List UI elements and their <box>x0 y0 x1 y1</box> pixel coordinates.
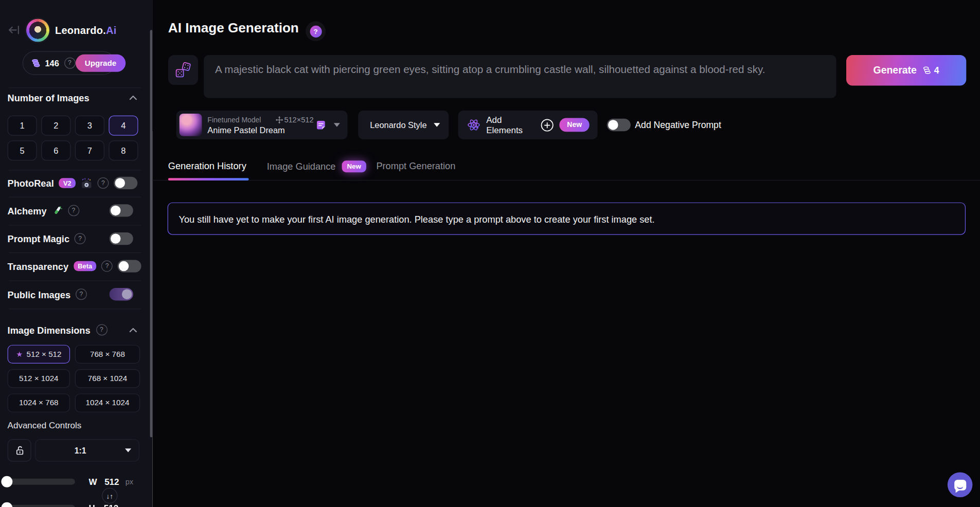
main-content: AI Image Generation ? Generate 4 <box>152 0 980 507</box>
model-meta: Finetuned Model 512×512 Anime Pastel Dre… <box>207 115 313 135</box>
width-value[interactable]: 512 <box>104 477 119 486</box>
photoreal-help-icon[interactable]: ? <box>98 177 109 189</box>
style-label: Leonardo Style <box>370 120 426 130</box>
height-row: H 512 <box>1 502 145 507</box>
prompt-magic-help-icon[interactable]: ? <box>75 233 86 244</box>
num-images-option-2[interactable]: 2 <box>41 116 70 136</box>
num-images-option-7[interactable]: 7 <box>75 140 104 160</box>
transparency-toggle[interactable] <box>118 260 141 272</box>
image-dimensions-header: Image Dimensions ? <box>8 324 142 336</box>
slider-knob[interactable] <box>1 502 12 507</box>
model-thumbnail <box>180 114 202 136</box>
dimension-512x512-selected[interactable]: ★512 × 512 <box>8 345 70 364</box>
public-images-label: Public Images <box>8 289 71 300</box>
num-images-option-6[interactable]: 6 <box>41 140 70 160</box>
negative-prompt-toggle[interactable] <box>607 119 631 131</box>
advanced-controls-title: Advanced Controls <box>8 421 82 430</box>
collapse-sidebar-icon[interactable] <box>8 23 22 37</box>
toggle-knob <box>608 120 618 130</box>
dimension-1024x768[interactable]: 1024 × 768 <box>8 393 70 412</box>
height-value[interactable]: 512 <box>104 503 118 507</box>
num-images-option-3[interactable]: 3 <box>75 116 104 136</box>
tab-prompt-generation[interactable]: Prompt Generation <box>376 160 455 171</box>
sidebar-scrollbar[interactable] <box>150 30 152 437</box>
slider-knob[interactable] <box>1 476 12 487</box>
upgrade-button[interactable]: Upgrade <box>75 55 126 72</box>
app-window: Leonardo.Ai 146 ? Upgrade Number of Imag… <box>0 0 980 507</box>
active-tab-underline <box>168 178 249 180</box>
width-unit: px <box>126 477 133 486</box>
dimension-label: 512 × 512 <box>27 350 62 358</box>
add-elements-button[interactable]: Add Elements New <box>458 111 598 139</box>
public-images-help-icon[interactable]: ? <box>76 288 87 300</box>
sidebar: Leonardo.Ai 146 ? Upgrade Number of Imag… <box>0 0 152 507</box>
photoreal-row: PhotoReal V2 ? <box>8 169 142 196</box>
chevron-down-icon <box>334 123 340 126</box>
number-of-images-header: Number of Images <box>8 93 142 103</box>
image-dimensions-grid: ★512 × 512 768 × 768 512 × 1024 768 × 10… <box>8 345 140 412</box>
dimension-1024x1024[interactable]: 1024 × 1024 <box>75 393 140 412</box>
random-prompt-button[interactable] <box>168 55 198 85</box>
negative-prompt-label: Add Negative Prompt <box>635 120 721 130</box>
prompt-magic-toggle[interactable] <box>110 232 133 245</box>
chevron-up-icon[interactable] <box>129 96 137 100</box>
width-slider[interactable] <box>1 479 75 485</box>
chat-button[interactable] <box>948 472 973 497</box>
model-selector[interactable]: Finetuned Model 512×512 Anime Pastel Dre… <box>176 111 348 139</box>
public-images-toggle[interactable] <box>110 288 133 300</box>
brand-primary: Leonardo. <box>55 24 106 35</box>
num-images-option-1[interactable]: 1 <box>8 116 37 136</box>
credits-pill: 146 ? Upgrade <box>23 51 115 75</box>
image-dimensions-help-icon[interactable]: ? <box>96 324 108 336</box>
aspect-lock-button[interactable] <box>8 439 31 462</box>
toggle-knob <box>111 206 120 215</box>
page-help-button[interactable]: ? <box>306 21 326 41</box>
flask-icon <box>51 205 63 216</box>
num-images-option-5[interactable]: 5 <box>8 140 37 160</box>
tab-generation-history[interactable]: Generation History <box>168 160 246 171</box>
tab-label: Image Guidance <box>267 161 336 172</box>
avatar[interactable] <box>26 19 49 42</box>
dimension-768x1024[interactable]: 768 × 1024 <box>75 369 140 388</box>
generate-button[interactable]: Generate 4 <box>846 55 966 86</box>
dimension-768x768[interactable]: 768 × 768 <box>75 345 140 364</box>
toggle-knob <box>115 178 125 188</box>
atom-icon <box>467 118 481 132</box>
photoreal-toggle[interactable] <box>114 177 137 189</box>
aspect-ratio-value: 1:1 <box>35 446 125 455</box>
prompt-input[interactable] <box>204 55 836 98</box>
transparency-help-icon[interactable]: ? <box>101 261 113 272</box>
chevron-up-icon[interactable] <box>129 328 137 332</box>
aspect-ratio-select[interactable]: 1:1 <box>35 439 139 462</box>
number-of-images-title: Number of Images <box>8 93 90 103</box>
credits-help-icon[interactable]: ? <box>64 58 76 69</box>
star-icon: ★ <box>16 350 23 358</box>
model-type-label: Finetuned Model <box>207 116 261 123</box>
coins-icon <box>31 58 41 68</box>
model-dimensions: 512×512 <box>275 115 313 124</box>
divider <box>9 87 141 88</box>
empty-state-box: You still have yet to make your first AI… <box>168 203 966 235</box>
transparency-label: Transparency <box>8 261 69 271</box>
generate-cost-value: 4 <box>934 65 939 75</box>
width-row: W 512 px <box>1 476 145 488</box>
alchemy-row: Alchemy ? <box>8 197 142 224</box>
unlock-icon <box>15 445 24 455</box>
move-icon <box>275 116 283 123</box>
num-images-option-8[interactable]: 8 <box>109 140 138 160</box>
brand-logo[interactable]: Leonardo.Ai <box>55 24 117 36</box>
divider <box>152 180 980 180</box>
alchemy-toggle[interactable] <box>110 204 133 216</box>
tab-image-guidance[interactable]: Image Guidance New <box>267 160 366 172</box>
style-select[interactable]: Leonardo Style <box>358 111 449 139</box>
plus-circle-icon <box>541 118 554 132</box>
empty-state-message: You still have yet to make your first AI… <box>179 213 654 224</box>
dimension-512x1024[interactable]: 512 × 1024 <box>8 369 70 388</box>
width-label: W <box>89 477 97 486</box>
alchemy-help-icon[interactable]: ? <box>68 205 79 216</box>
chat-bubble-icon <box>954 479 966 490</box>
new-badge: New <box>342 160 366 172</box>
num-images-option-4-selected[interactable]: 4 <box>109 116 138 136</box>
height-slider[interactable] <box>1 505 75 507</box>
generate-label: Generate <box>874 65 917 76</box>
